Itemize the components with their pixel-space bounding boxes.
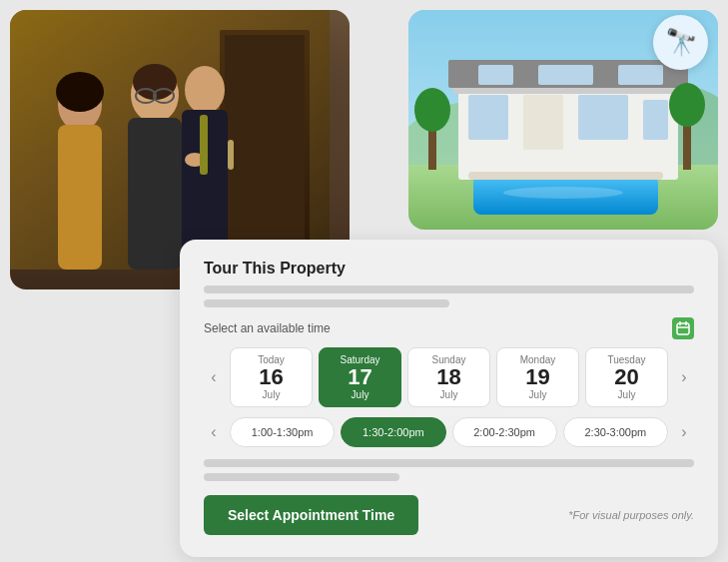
dates-container: Today 16 July Saturday 17 July Sunday 18…	[230, 347, 668, 407]
time-slot-3[interactable]: 2:00-2:30pm	[452, 417, 557, 447]
date-card-sunday[interactable]: Sunday 18 July	[407, 347, 490, 407]
time-slots-container: 1:00-1:30pm 1:30-2:00pm 2:00-2:30pm 2:30…	[230, 417, 668, 447]
svg-rect-23	[478, 65, 513, 85]
svg-rect-38	[677, 323, 689, 334]
calendar-icon[interactable]	[672, 317, 694, 339]
svg-rect-25	[618, 65, 663, 85]
time-slot-4[interactable]: 2:30-3:00pm	[563, 417, 668, 447]
bar-1	[204, 459, 694, 467]
card-title: Tour This Property	[204, 260, 694, 278]
scene: 🔭 Tour This Property Select an available…	[0, 0, 728, 562]
time-next-arrow[interactable]: ›	[674, 422, 694, 442]
svg-point-13	[185, 66, 225, 114]
booking-card: Tour This Property Select an available t…	[180, 240, 718, 557]
bar-2	[204, 473, 399, 481]
binoculars-icon: 🔭	[665, 27, 697, 58]
binoculars-badge: 🔭	[653, 15, 708, 70]
svg-rect-16	[200, 115, 208, 175]
select-appointment-button[interactable]: Select Appointment Time	[204, 495, 418, 535]
date-card-tuesday[interactable]: Tuesday 20 July	[585, 347, 668, 407]
svg-rect-2	[225, 35, 305, 265]
svg-point-37	[669, 83, 705, 127]
bottom-placeholder-bars	[204, 459, 694, 481]
time-slot-2[interactable]: 1:30-2:00pm	[341, 417, 445, 447]
svg-rect-27	[523, 95, 563, 150]
svg-rect-28	[578, 95, 628, 140]
subtitle-bar-2	[204, 299, 449, 307]
svg-rect-32	[468, 172, 663, 180]
date-card-saturday[interactable]: Saturday 17 July	[319, 347, 401, 407]
svg-point-33	[503, 187, 623, 199]
time-slot-1[interactable]: 1:00-1:30pm	[230, 417, 335, 447]
subtitle-bar-1	[204, 285, 694, 293]
time-slots-row: ‹ 1:00-1:30pm 1:30-2:00pm 2:00-2:30pm 2:…	[204, 417, 694, 447]
svg-rect-3	[228, 140, 234, 170]
svg-rect-30	[453, 88, 683, 94]
disclaimer-text: *For visual purposes only.	[568, 509, 694, 521]
date-picker-row: ‹ Today 16 July Saturday 17 July Sunday …	[204, 347, 694, 407]
svg-rect-26	[468, 95, 508, 140]
date-next-arrow[interactable]: ›	[674, 367, 694, 387]
date-card-today[interactable]: Today 16 July	[230, 347, 313, 407]
svg-rect-8	[128, 118, 182, 270]
date-card-monday[interactable]: Monday 19 July	[496, 347, 579, 407]
svg-point-6	[56, 72, 104, 112]
section-label: Select an available time	[204, 317, 694, 339]
svg-rect-29	[643, 100, 668, 140]
svg-rect-24	[538, 65, 593, 85]
svg-point-35	[414, 88, 450, 132]
cta-row: Select Appointment Time *For visual purp…	[204, 495, 694, 535]
svg-rect-5	[58, 125, 102, 270]
time-prev-arrow[interactable]: ‹	[204, 422, 224, 442]
date-prev-arrow[interactable]: ‹	[204, 367, 224, 387]
